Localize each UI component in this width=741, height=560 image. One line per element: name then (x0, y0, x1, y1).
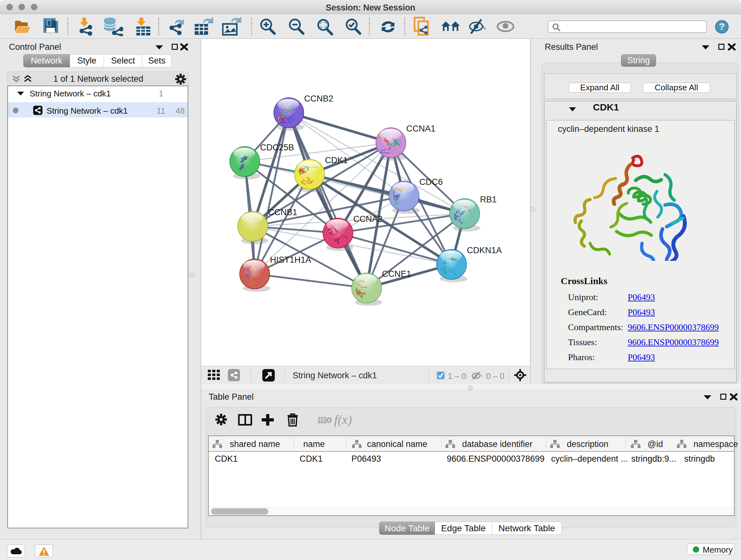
svg-text:HIST1H1A: HIST1H1A (270, 255, 311, 265)
svg-text:CDC6: CDC6 (419, 177, 443, 187)
svg-text:CCNA1: CCNA1 (406, 124, 435, 133)
svg-text:CCNB1: CCNB1 (268, 207, 297, 217)
svg-text:CDKN1A: CDKN1A (467, 246, 502, 255)
svg-text:CDK1: CDK1 (325, 155, 348, 165)
svg-text:CCNE1: CCNE1 (382, 269, 411, 279)
svg-text:CCNB2: CCNB2 (304, 94, 333, 104)
svg-text:CCNA2: CCNA2 (353, 214, 383, 224)
svg-text:CDC25B: CDC25B (260, 143, 294, 152)
svg-text:RB1: RB1 (480, 195, 497, 204)
svg-text:?: ? (719, 21, 725, 32)
